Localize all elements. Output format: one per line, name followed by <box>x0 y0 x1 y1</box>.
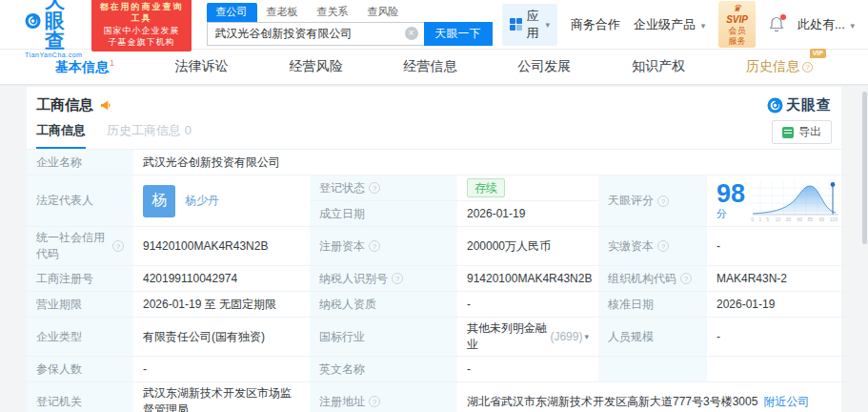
subtab-history-business-info[interactable]: 历史工商信息 0 <box>107 122 192 149</box>
tianyancha-logo[interactable]: 天眼查 TianYanCha.com <box>25 0 82 58</box>
subtabs: 工商信息 历史工商信息 0 <box>36 122 192 149</box>
apps-menu[interactable]: 应用 ▾ <box>502 4 558 46</box>
export-icon <box>782 127 794 138</box>
tab-intellectual-property[interactable]: 知识产权 <box>632 58 685 75</box>
score-unit: 分 <box>717 208 727 219</box>
announcement-icon <box>99 99 111 112</box>
export-label: 导出 <box>798 124 821 140</box>
search-tab-relation[interactable]: 查关系 <box>308 3 358 22</box>
company-nav-tabs: 基本信息1 法律诉讼 经营风险 经营信息 公司发展 知识产权 VIP 历史信息? <box>0 50 868 85</box>
tab-history-info[interactable]: VIP 历史信息? <box>746 58 813 75</box>
legal-rep-name[interactable]: 杨少丹 <box>185 193 219 209</box>
search-tab-boss[interactable]: 查老板 <box>257 3 308 22</box>
field-value-biz-term: 2026-01-19 至 无固定期限 <box>133 292 310 318</box>
search-tab-company[interactable]: 查公司 <box>207 3 257 22</box>
field-label-paid-capital: 实缴资本? <box>598 227 707 266</box>
field-value-reg-authority: 武汉东湖新技术开发区市场监督管理局 <box>133 382 310 412</box>
promo-line2: 国家中小企业发展子基金旗下机构 <box>99 25 183 48</box>
chevron-down-icon[interactable]: ▾ <box>584 332 589 341</box>
subtab-business-info[interactable]: 工商信息 <box>36 122 86 149</box>
field-value-industry[interactable]: 其他未列明金融业 (J699) ▾ <box>457 318 598 357</box>
top-header: 天眼查 TianYanCha.com 都在用的商业查询工具 国家中小企业发展子基… <box>0 0 868 50</box>
field-value-taxpayer-id: 91420100MAK4R43N2B <box>457 266 598 292</box>
field-value-empty <box>707 357 848 382</box>
export-button[interactable]: 导出 <box>772 120 832 144</box>
field-value-reg-capital: 200000万人民币 <box>457 227 598 266</box>
info-icon[interactable]: ? <box>392 273 403 284</box>
info-icon[interactable]: ? <box>369 182 380 194</box>
field-label-approval-date: 核准日期 <box>598 292 707 318</box>
section-title-wrap: 工商信息 <box>36 96 111 114</box>
notification-bell[interactable] <box>769 16 784 32</box>
field-label-credit-code: 统一社会信用代码? <box>27 227 133 266</box>
tianyancha-logo-icon <box>25 7 41 35</box>
notification-dot <box>780 14 786 20</box>
vip-badge: VIP <box>810 49 826 58</box>
score-axis-labels: 01 510 3060 8599 100 <box>751 216 838 222</box>
field-label-biz-term: 营业期限 <box>27 292 133 318</box>
field-label-insured-count: 参保人数 <box>27 357 133 382</box>
field-value-taxpayer-quality: - <box>457 292 598 318</box>
field-value-reg-status: 存续 <box>457 175 598 201</box>
field-label-reg-address: 注册地址? <box>310 382 457 412</box>
field-label-staff-size: 人员规模 <box>598 318 707 357</box>
tab-count: 1 <box>110 58 114 68</box>
search-input[interactable] <box>207 22 424 46</box>
menu-enterprise[interactable]: 企业级产品 ▾ <box>634 16 705 33</box>
field-label-est-date: 成立日期 <box>310 201 457 227</box>
field-label-industry: 国标行业 <box>310 318 457 357</box>
tab-legal-proceedings[interactable]: 法律诉讼 <box>175 58 229 75</box>
clear-icon[interactable]: × <box>405 27 418 40</box>
field-value-legal-rep: 杨 杨少丹 <box>133 175 310 227</box>
tab-company-development[interactable]: 公司发展 <box>517 58 571 75</box>
user-menu[interactable]: 此处有... ▾ <box>797 16 855 33</box>
field-value-reg-address: 湖北省武汉市东湖新技术开发区高新大道777号3号楼3005 附近公司 <box>457 382 848 412</box>
field-value-insured-count: - <box>133 357 310 382</box>
scrollbar[interactable] <box>862 92 867 244</box>
field-value-tianyan-score[interactable]: 98分 <box>707 175 848 227</box>
legal-rep-avatar[interactable]: 杨 <box>143 185 175 217</box>
field-value-company-name: 武汉光谷创新投资有限公司 <box>133 150 848 175</box>
field-value-company-type: 有限责任公司(国有独资) <box>133 318 310 357</box>
info-icon[interactable]: ? <box>369 240 380 252</box>
search-button[interactable]: 天眼一下 <box>424 22 493 46</box>
field-value-approval-date: 2026-01-19 <box>707 292 848 318</box>
tab-basic-info-label: 基本信息 <box>55 58 109 73</box>
tab-operating-info[interactable]: 经营信息 <box>404 58 457 75</box>
subtab-history-label: 历史工商信息 <box>107 123 181 137</box>
info-icon[interactable]: ? <box>657 196 669 207</box>
business-info-table: 企业名称 武汉光谷创新投资有限公司 法定代表人 杨 杨少丹 登记状态 ? 存续 … <box>27 150 841 412</box>
search-area: 查公司 查老板 查关系 查风险 × 天眼一下 <box>207 3 493 46</box>
score-number: 98 <box>717 179 745 208</box>
watermark-text: 天眼查 <box>786 96 832 114</box>
field-label-legal-rep: 法定代表人 <box>27 175 133 227</box>
chevron-down-icon: ▾ <box>850 21 855 31</box>
watermark-logo-icon <box>767 97 783 113</box>
field-value-reg-number: 420199110042974 <box>133 266 310 292</box>
info-icon[interactable]: ? <box>369 396 380 407</box>
tab-basic-info[interactable]: 基本信息1 <box>55 58 114 76</box>
apps-grid-icon <box>510 18 522 31</box>
field-value-org-code: MAK4R43N-2 <box>707 266 848 292</box>
field-label-reg-authority: 登记机关 <box>27 382 133 412</box>
svip-sublabel: 会员服务 <box>726 26 748 47</box>
nearby-companies-link[interactable]: 附近公司 <box>763 394 809 410</box>
field-label-reg-status: 登记状态 ? <box>310 175 457 201</box>
field-label-taxpayer-quality: 纳税人资质 <box>310 292 457 318</box>
chevron-down-icon: ▾ <box>546 20 551 30</box>
field-label-reg-capital: 注册资本? <box>310 227 457 266</box>
header-menu: 应用 ▾ 商务合作 企业级产品 ▾ ♛ SVIP 会员服务 此处有... ▾ <box>502 1 855 49</box>
field-value-english-name: - <box>457 357 598 382</box>
info-icon[interactable]: ? <box>657 240 669 252</box>
svip-badge[interactable]: ♛ SVIP 会员服务 <box>718 1 756 49</box>
field-label-company-name: 企业名称 <box>27 150 133 175</box>
tab-operating-risk[interactable]: 经营风险 <box>290 58 343 75</box>
field-label-empty <box>598 357 707 382</box>
crown-icon: ♛ <box>733 3 741 13</box>
info-icon[interactable]: ? <box>680 273 692 284</box>
info-icon[interactable]: ? <box>112 240 124 252</box>
menu-cooperation[interactable]: 商务合作 <box>571 16 620 33</box>
search-tab-risk[interactable]: 查风险 <box>358 3 409 22</box>
score-curve-chart: 01 510 3060 8599 100 <box>751 180 838 222</box>
username: 此处有... <box>797 17 845 31</box>
